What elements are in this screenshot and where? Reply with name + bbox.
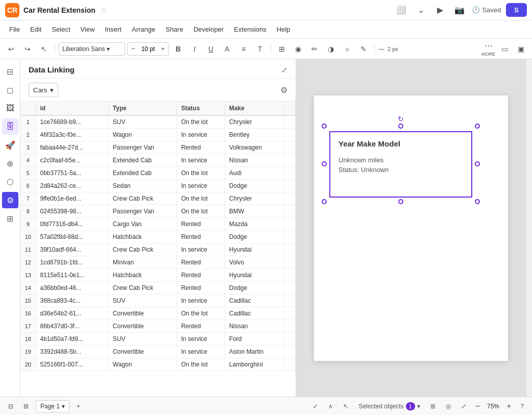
underline-button[interactable]: U (204, 42, 218, 56)
align-button[interactable]: ≡ (236, 42, 251, 56)
rotate-handle[interactable]: ↻ (398, 115, 404, 123)
font-size-decrease[interactable]: − (128, 42, 139, 56)
handle-bottom-right[interactable] (475, 199, 480, 204)
page-selector[interactable]: Page 1 ▾ (36, 400, 69, 412)
saved-button[interactable]: 🕐 Saved (472, 6, 501, 14)
help-button[interactable]: ? (517, 402, 527, 411)
video-icon[interactable]: ⬜ (394, 3, 408, 17)
zoom-in-button[interactable]: + (504, 402, 513, 411)
menu-view[interactable]: View (77, 23, 99, 35)
star-icon[interactable]: ☆ (101, 6, 107, 14)
layers-button[interactable]: ⊞ (427, 402, 439, 411)
menu-extensions[interactable]: Extensions (230, 23, 271, 35)
fill-button[interactable]: ◉ (291, 42, 305, 56)
table-row[interactable]: 7 9ffe0b1e-6ed... Crew Cab Pick On the l… (20, 192, 296, 205)
sidebar-icon-pages[interactable]: ⊟ (2, 63, 18, 80)
panel-toggle-1[interactable]: ▭ (497, 42, 512, 56)
more-button[interactable]: ⋯ MORE (481, 41, 495, 57)
frame-button[interactable]: ⊞ (275, 42, 289, 56)
table-row[interactable]: 6 2d84a262-ce... Sedan In service Dodge (20, 180, 296, 192)
table-row[interactable]: 1 1ce76689-b9... SUV On the lot Chrysler (20, 115, 296, 129)
menu-insert[interactable]: Insert (101, 23, 126, 35)
table-row[interactable]: 14 a36bb0ed-46... Crew Cab Pick Rented D… (20, 282, 296, 295)
pen-button[interactable]: ✎ (356, 42, 371, 56)
data-table-wrap[interactable]: id Type Status Make 1 1ce76689-b9... SUV… (20, 102, 296, 397)
chevron-down-icon[interactable]: ⌄ (414, 3, 428, 17)
menu-file[interactable]: File (5, 23, 24, 35)
cursor-tool[interactable]: ↖ (37, 42, 51, 56)
handle-top[interactable] (398, 124, 403, 129)
table-row[interactable]: 20 525166f1-007... Wagon On the lot Lamb… (20, 358, 296, 371)
chevron-up-icon[interactable]: ∧ (325, 402, 336, 411)
handle-bottom[interactable] (398, 199, 403, 204)
redo-button[interactable]: ↪ (20, 42, 35, 56)
panel-toggle-2[interactable]: ▣ (514, 42, 528, 56)
cell-type: Wagon (108, 358, 177, 371)
table-row[interactable]: 16 d36e54b2-61... Convertible On the lot… (20, 307, 296, 320)
gradient-button[interactable]: ⟐ (340, 42, 354, 56)
check-button[interactable]: ✓ (310, 402, 321, 411)
handle-bottom-left[interactable] (322, 199, 327, 204)
font-color-button[interactable]: A (220, 42, 234, 56)
cursor-icon[interactable]: ↖ (340, 402, 351, 411)
accessibility-button[interactable]: ◎ (443, 402, 454, 411)
line-color-button[interactable]: ✏ (307, 42, 322, 56)
selected-objects-button[interactable]: Selected objects 1 ▾ (355, 401, 423, 411)
canvas-area[interactable]: ↻ Year Make Model Unknown miles Status: … (296, 59, 526, 397)
add-page-button[interactable]: + (74, 402, 83, 411)
table-row[interactable]: 17 86b437d0-3f... Convertible Rented Nis… (20, 320, 296, 333)
menu-select[interactable]: Select (47, 23, 74, 35)
table-row[interactable]: 10 57a02f8d-88d... Hatchback Rented Dodg… (20, 231, 296, 243)
table-row[interactable]: 2 46f32a3c-f0e... Wagon In service Bentl… (20, 129, 296, 141)
handle-left[interactable] (322, 161, 327, 166)
opacity-button[interactable]: ◑ (324, 42, 338, 56)
menu-help[interactable]: Help (273, 23, 295, 35)
play-icon[interactable]: ▶ (433, 3, 447, 17)
table-row[interactable]: 18 4b1d50a7-fd9... SUV In service Ford (20, 333, 296, 346)
handle-top-right[interactable] (475, 124, 480, 129)
menu-edit[interactable]: Edit (26, 23, 45, 35)
sidebar-icon-rocket[interactable]: 🚀 (2, 137, 18, 153)
camera-icon[interactable]: 📷 (452, 3, 467, 17)
sidebar-icon-layers[interactable]: ⊞ (2, 210, 18, 227)
italic-button[interactable]: I (187, 42, 202, 56)
table-row[interactable]: 13 8115e511-0e1... Hatchback Rented Hyun… (20, 269, 296, 282)
table-row[interactable]: 12 1cd8791b-1fd... Minivan Rented Volvo (20, 256, 296, 269)
title-bar: CR Car Rental Extension ☆ ⬜ ⌄ ▶ 📷 🕐 Save… (0, 0, 532, 20)
sidebar-icon-shapes[interactable]: ◻ (2, 82, 18, 98)
table-row[interactable]: 15 368ca893-4c... SUV In service Cadilla… (20, 295, 296, 307)
bold-button[interactable]: B (171, 42, 185, 56)
font-size-increase[interactable]: + (157, 42, 168, 56)
handle-top-left[interactable] (322, 124, 327, 129)
table-row[interactable]: 9 0fd77316-db4... Cargo Van Rented Mazda (20, 218, 296, 231)
table-selector[interactable]: Cars ▾ (29, 83, 58, 97)
menu-developer[interactable]: Developer (189, 23, 228, 35)
undo-button[interactable]: ↩ (4, 42, 18, 56)
menu-share[interactable]: Share (161, 23, 187, 35)
table-row[interactable]: 4 c2c0faaf-b5e... Extended Cab In servic… (20, 154, 296, 167)
menu-arrange[interactable]: Arrange (128, 23, 159, 35)
fullscreen-button[interactable]: ⤢ (458, 402, 469, 411)
sidebar-icon-extensions[interactable]: ⬡ (2, 174, 18, 190)
zoom-out-button[interactable]: − (473, 402, 482, 411)
cell-type: Minivan (108, 256, 177, 269)
text-style-button[interactable]: T (253, 42, 267, 56)
right-scrollbar[interactable] (526, 59, 532, 397)
sidebar-icon-components[interactable]: ⊕ (2, 155, 18, 172)
pages-panel-button[interactable]: ⊟ (5, 402, 16, 411)
sidebar-icon-settings[interactable]: ⚙ (2, 192, 18, 208)
filter-button[interactable]: ⚙ (280, 85, 287, 95)
grid-view-button[interactable]: ⊞ (20, 402, 32, 411)
font-selector[interactable]: Liberation Sans ▾ (59, 42, 125, 56)
expand-button[interactable]: ⤢ (281, 66, 287, 74)
table-row[interactable]: 11 39f10adf-664... Crew Cab Pick In serv… (20, 243, 296, 256)
table-row[interactable]: 5 0bb37751-5a... Extended Cab On the lot… (20, 167, 296, 180)
send-button[interactable]: S (506, 3, 527, 17)
table-row[interactable]: 19 3392d488-5b... Convertible In service… (20, 346, 296, 358)
handle-right[interactable] (475, 161, 480, 166)
table-row[interactable]: 8 02455398-98... Passenger Van On the lo… (20, 205, 296, 218)
table-row[interactable]: 3 fabaa44e-27d... Passenger Van Rented V… (20, 141, 296, 154)
sidebar-icon-data[interactable]: 🗄 (2, 118, 18, 135)
sidebar-icon-images[interactable]: 🖼 (2, 100, 18, 116)
dots-icon: ⋯ (485, 41, 493, 51)
